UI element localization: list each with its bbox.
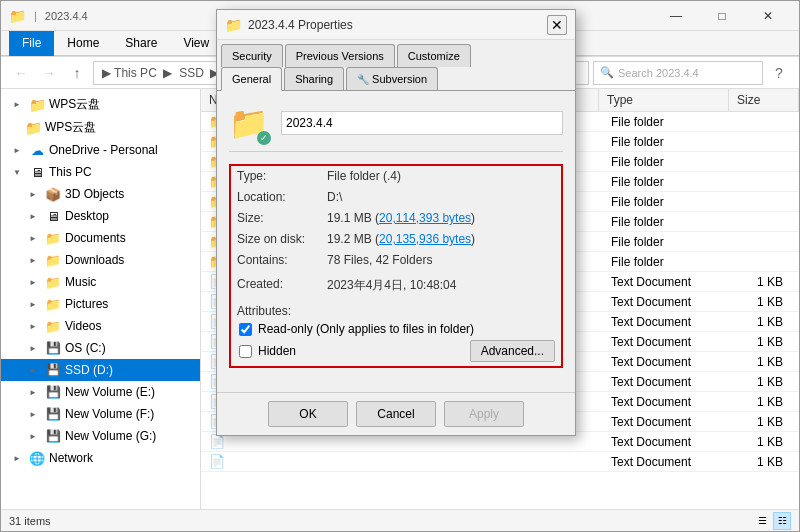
drive-c-icon: 💾 <box>45 340 61 356</box>
onedrive-icon: ☁ <box>29 142 45 158</box>
sidebar-item-downloads[interactable]: ► 📁 Downloads <box>1 249 200 271</box>
sidebar-item-videos[interactable]: ► 📁 Videos <box>1 315 200 337</box>
item-type: Text Document <box>611 275 731 289</box>
sidebar: ► 📁 WPS云盘 📁 WPS云盘 ► ☁ OneDrive - Persona… <box>1 89 201 509</box>
expand-icon-nvg: ► <box>29 432 41 441</box>
back-button[interactable]: ← <box>9 61 33 85</box>
sidebar-item-music[interactable]: ► 📁 Music <box>1 271 200 293</box>
expand-icon-nve: ► <box>29 388 41 397</box>
item-type: File folder <box>611 235 731 249</box>
prop-label-size: Size: <box>237 211 327 225</box>
dialog-titlebar: 📁 2023.4.4 Properties ✕ <box>217 10 575 40</box>
up-button[interactable]: ↑ <box>65 61 89 85</box>
item-type: Text Document <box>611 455 731 469</box>
dialog-tab-sharing[interactable]: Sharing <box>284 67 344 90</box>
quick-access-icon: 📁 <box>9 8 26 24</box>
prop-row-attributes: Attributes: Read-only (Only applies to f… <box>231 298 561 366</box>
sidebar-item-new-volume-g[interactable]: ► 💾 New Volume (G:) <box>1 425 200 447</box>
prop-value-created: 2023年4月4日, 10:48:04 <box>327 277 555 294</box>
item-size: 1 KB <box>731 295 791 309</box>
sidebar-item-os-c[interactable]: ► 💾 OS (C:) <box>1 337 200 359</box>
dialog-tab-customize[interactable]: Customize <box>397 44 471 67</box>
maximize-button[interactable]: □ <box>699 1 745 31</box>
ribbon-tab-file[interactable]: File <box>9 31 54 56</box>
sidebar-item-network[interactable]: ► 🌐 Network <box>1 447 200 469</box>
properties-dialog: 📁 2023.4.4 Properties ✕ Security Previou… <box>216 9 576 436</box>
size-link[interactable]: 20,114,393 bytes <box>379 211 471 225</box>
expand-icon-onedrive: ► <box>13 146 25 155</box>
expand-icon-network: ► <box>13 454 25 463</box>
items-count: 31 items <box>9 515 51 527</box>
dialog-tab-subversion[interactable]: 🔧 Subversion <box>346 67 438 90</box>
search-icon: 🔍 <box>600 66 614 79</box>
ribbon-tab-share[interactable]: Share <box>112 31 170 55</box>
pc-icon: 🖥 <box>29 164 45 180</box>
dialog-title: 📁 2023.4.4 Properties <box>225 17 353 33</box>
sidebar-item-wps-cloud2[interactable]: 📁 WPS云盘 <box>1 116 200 139</box>
item-type: File folder <box>611 175 731 189</box>
item-type: Text Document <box>611 375 731 389</box>
sidebar-label-documents: Documents <box>65 231 126 245</box>
sidebar-label-videos: Videos <box>65 319 101 333</box>
sidebar-item-new-volume-e[interactable]: ► 💾 New Volume (E:) <box>1 381 200 403</box>
cancel-button[interactable]: Cancel <box>356 401 436 427</box>
expand-icon-videos: ► <box>29 322 41 331</box>
help-button[interactable]: ? <box>767 61 791 85</box>
list-item[interactable]: 📄Text Document1 KB <box>201 452 799 472</box>
view-buttons: ☰ ☷ <box>753 512 791 530</box>
text-icon-item: 📄 <box>209 454 225 469</box>
readonly-checkbox[interactable] <box>239 323 252 336</box>
dialog-close-button[interactable]: ✕ <box>547 15 567 35</box>
drive-f-icon: 💾 <box>45 406 61 422</box>
item-size: 1 KB <box>731 275 791 289</box>
expand-icon-3d: ► <box>29 190 41 199</box>
dialog-tab-previous-versions[interactable]: Previous Versions <box>285 44 395 67</box>
readonly-label: Read-only (Only applies to files in fold… <box>258 322 474 336</box>
ribbon-tab-view[interactable]: View <box>170 31 222 55</box>
item-size: 1 KB <box>731 395 791 409</box>
prop-label-type: Type: <box>237 169 327 183</box>
pictures-icon: 📁 <box>45 296 61 312</box>
item-size: 1 KB <box>731 375 791 389</box>
sidebar-item-desktop[interactable]: ► 🖥 Desktop <box>1 205 200 227</box>
sidebar-item-wps-cloud1[interactable]: ► 📁 WPS云盘 <box>1 93 200 116</box>
readonly-attr-row: Read-only (Only applies to files in fold… <box>239 322 555 336</box>
apply-button[interactable]: Apply <box>444 401 524 427</box>
drive-g-icon: 💾 <box>45 428 61 444</box>
hidden-checkbox[interactable] <box>239 345 252 358</box>
item-type: File folder <box>611 135 731 149</box>
sidebar-item-new-volume-f[interactable]: ► 💾 New Volume (F:) <box>1 403 200 425</box>
sidebar-item-this-pc[interactable]: ▼ 🖥 This PC <box>1 161 200 183</box>
item-type: Text Document <box>611 295 731 309</box>
sidebar-item-pictures[interactable]: ► 📁 Pictures <box>1 293 200 315</box>
search-box[interactable]: 🔍 Search 2023.4.4 <box>593 61 763 85</box>
dialog-tab-security[interactable]: Security <box>221 44 283 67</box>
details-view-button[interactable]: ☰ <box>753 512 771 530</box>
prop-row-contains: Contains: 78 Files, 42 Folders <box>231 250 561 271</box>
sidebar-item-ssd-d[interactable]: ► 💾 SSD (D:) <box>1 359 200 381</box>
advanced-button[interactable]: Advanced... <box>470 340 555 362</box>
sidebar-label-this-pc: This PC <box>49 165 92 179</box>
dialog-buttons: OK Cancel Apply <box>217 392 575 435</box>
prop-value-location: D:\ <box>327 190 555 204</box>
col-header-size[interactable]: Size <box>729 89 799 111</box>
expand-icon-downloads: ► <box>29 256 41 265</box>
ribbon-tab-home[interactable]: Home <box>54 31 112 55</box>
sidebar-item-3d-objects[interactable]: ► 📦 3D Objects <box>1 183 200 205</box>
dialog-tab-general[interactable]: General <box>221 67 282 91</box>
close-button[interactable]: ✕ <box>745 1 791 31</box>
ok-button[interactable]: OK <box>268 401 348 427</box>
folder-badge: ✓ <box>257 131 271 145</box>
dialog-folder-icon: 📁 <box>225 17 242 33</box>
breadcrumb-path: ▶ This PC ▶ SSD ▶ <box>102 66 219 80</box>
sidebar-item-documents[interactable]: ► 📁 Documents <box>1 227 200 249</box>
folder-name-input[interactable] <box>281 111 563 135</box>
explorer-window: 📁 | 2023.4.4 — □ ✕ File Home Share View … <box>0 0 800 532</box>
minimize-button[interactable]: — <box>653 1 699 31</box>
size-on-disk-link[interactable]: 20,135,936 bytes <box>379 232 471 246</box>
sidebar-item-onedrive[interactable]: ► ☁ OneDrive - Personal <box>1 139 200 161</box>
forward-button[interactable]: → <box>37 61 61 85</box>
prop-label-size-on-disk: Size on disk: <box>237 232 327 246</box>
list-view-button[interactable]: ☷ <box>773 512 791 530</box>
col-header-type[interactable]: Type <box>599 89 729 111</box>
